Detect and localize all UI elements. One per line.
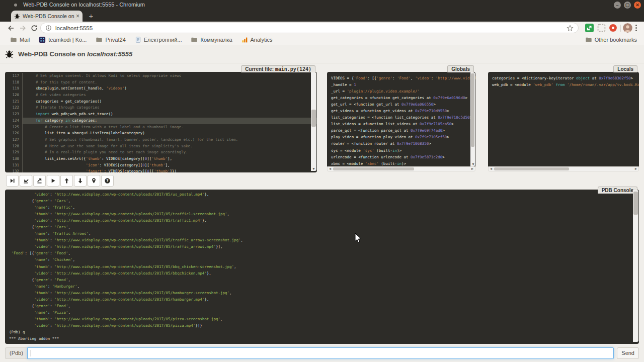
bookmark-label: Privat24: [105, 37, 125, 43]
scrollbar-thumb[interactable]: [333, 167, 414, 170]
profile-avatar[interactable]: [623, 23, 632, 33]
maximize-button[interactable]: ▢: [624, 2, 631, 9]
extension-green-icon[interactable]: [585, 24, 594, 32]
scroll-down-arrow[interactable]: ▼: [311, 166, 316, 171]
extension-red-icon[interactable]: [609, 24, 617, 32]
bookmark-label: Коммуналка: [200, 37, 232, 43]
browser-menu-icon[interactable]: [635, 24, 637, 32]
scrollbar-thumb[interactable]: [311, 110, 316, 127]
browser-toolbar: localhost:5555: [0, 22, 644, 35]
locals-panel: Locals categories = <dictionary-keyitera…: [488, 65, 639, 166]
send-button[interactable]: Send: [617, 347, 639, 359]
bookmark-privat24[interactable]: Privat24: [96, 36, 125, 43]
bookmark-analytics[interactable]: Analytics: [242, 37, 273, 43]
scroll-left-arrow[interactable]: ◄: [489, 167, 494, 171]
browser-window: Web-PDB Console on localhost:5555 - Chro…: [0, 0, 644, 362]
folder-icon: [10, 36, 17, 43]
step-out-icon: [36, 177, 43, 184]
extension-capture-icon[interactable]: [597, 24, 606, 32]
tab-strip: Web-PDB Console on loca × +: [0, 10, 644, 22]
pdb-console-panel: PDB Console 'video': 'http://www.vidspla…: [5, 187, 639, 342]
scroll-left-arrow[interactable]: ◄: [328, 167, 333, 171]
debug-toolbar: ?: [6, 175, 114, 187]
back-icon[interactable]: [7, 24, 15, 32]
bug-favicon-icon: [14, 13, 20, 19]
forward-icon[interactable]: [19, 24, 27, 32]
scrollbar-thumb[interactable]: [471, 73, 474, 147]
bookmark-teamkodi[interactable]: teamkodi | Ko...: [39, 36, 87, 43]
stack-down-button[interactable]: [74, 175, 87, 187]
scrollbar-thumb[interactable]: [494, 167, 569, 170]
globals-tab: Globals: [447, 65, 474, 72]
globals-list: VIDEOS = {'Food': [{'genre': 'Food', 'vi…: [327, 72, 475, 169]
bookmark-electronic[interactable]: Електронний...: [135, 36, 182, 43]
pdb-console-output: 'video': 'http://www.vidsplay.com/wp-con…: [5, 190, 639, 344]
site-info-icon[interactable]: [45, 25, 52, 31]
bookmark-kommunalka[interactable]: Коммуналка: [191, 36, 232, 43]
address-bar[interactable]: localhost:5555: [40, 23, 579, 33]
locals-list: categories = <dictionary-keyiterator obj…: [488, 72, 639, 169]
tab-title: Web-PDB Console on loca: [23, 13, 74, 19]
globals-vertical-scrollbar[interactable]: ▼: [470, 72, 475, 166]
where-button[interactable]: [88, 175, 100, 187]
current-file-tab: Current file: main.py(124): [241, 65, 315, 72]
source-code-view: 117 # Set plugin content. It allows Kodi…: [5, 72, 317, 172]
url-text[interactable]: localhost:5555: [55, 25, 93, 31]
scroll-right-arrow[interactable]: ►: [633, 167, 638, 171]
close-button[interactable]: ✕: [634, 2, 641, 9]
kodi-icon: [39, 36, 46, 43]
locals-horizontal-scrollbar[interactable]: ◄ ►: [488, 166, 639, 171]
tab-close-icon[interactable]: ×: [76, 14, 79, 19]
reload-icon[interactable]: [30, 24, 38, 32]
globals-panel: Globals VIDEOS = {'Food': [{'genre': 'Fo…: [327, 65, 475, 166]
command-input[interactable]: [27, 347, 614, 359]
web-pdb-logo-bug-icon: [5, 50, 14, 58]
help-icon: ?: [104, 177, 111, 184]
step-into-icon: [23, 177, 29, 184]
scrollbar-thumb[interactable]: [633, 192, 638, 215]
page-header: Web-PDB Console on localhost:5555: [0, 45, 644, 63]
bookmark-label: Analytics: [251, 37, 273, 43]
code-vertical-scrollbar[interactable]: ▼: [311, 72, 316, 171]
continue-button[interactable]: [47, 175, 59, 187]
page-title: Web-PDB Console on localhost:5555: [18, 50, 132, 58]
scroll-down-arrow[interactable]: ▼: [470, 162, 476, 166]
folder-icon: [585, 36, 592, 43]
current-file-panel: Current file: main.py(124) 117 # Set plu…: [5, 65, 317, 171]
other-bookmarks-button[interactable]: Other bookmarks: [585, 36, 637, 43]
play-icon: [50, 177, 56, 184]
window-title: Web-PDB Console on localhost:5555 - Chro…: [23, 2, 145, 8]
pdb-prompt-label: (Pdb): [5, 347, 27, 359]
step-next-icon: [9, 177, 16, 184]
text-caret: [31, 350, 31, 356]
bookmark-mail[interactable]: Mail: [10, 36, 30, 43]
globals-horizontal-scrollbar[interactable]: ◄ ►: [327, 166, 475, 171]
svg-text:?: ?: [106, 178, 108, 183]
arrow-down-icon: [77, 177, 84, 184]
avatar-image: [623, 23, 632, 33]
bookmarks-bar: Mail teamkodi | Ko... Privat24 Електронн…: [0, 35, 644, 45]
step-return-button[interactable]: [33, 175, 46, 187]
browser-tab[interactable]: Web-PDB Console on loca ×: [11, 11, 83, 22]
console-vertical-scrollbar[interactable]: [633, 190, 638, 342]
analytics-icon: [242, 37, 248, 43]
minimize-button[interactable]: –: [614, 2, 621, 9]
toolbar-separator: [620, 25, 621, 32]
window-icon: [14, 4, 17, 7]
pdb-console-tab: PDB Console: [598, 187, 637, 194]
bookmark-label: Електронний...: [144, 37, 182, 43]
document-icon: [135, 36, 141, 43]
bookmark-label: Mail: [20, 37, 30, 43]
scroll-right-arrow[interactable]: ►: [470, 167, 475, 171]
map-marker-icon: [91, 177, 97, 184]
folder-icon: [191, 36, 198, 43]
arrow-up-icon: [63, 177, 70, 184]
window-titlebar[interactable]: Web-PDB Console on localhost:5555 - Chro…: [0, 0, 644, 10]
bookmark-star-icon[interactable]: [567, 25, 574, 32]
step-into-button[interactable]: [20, 175, 32, 187]
help-button[interactable]: ?: [101, 175, 114, 187]
new-tab-button[interactable]: +: [87, 12, 96, 21]
mouse-cursor: [355, 233, 362, 243]
next-button[interactable]: [6, 175, 19, 187]
stack-up-button[interactable]: [60, 175, 73, 187]
